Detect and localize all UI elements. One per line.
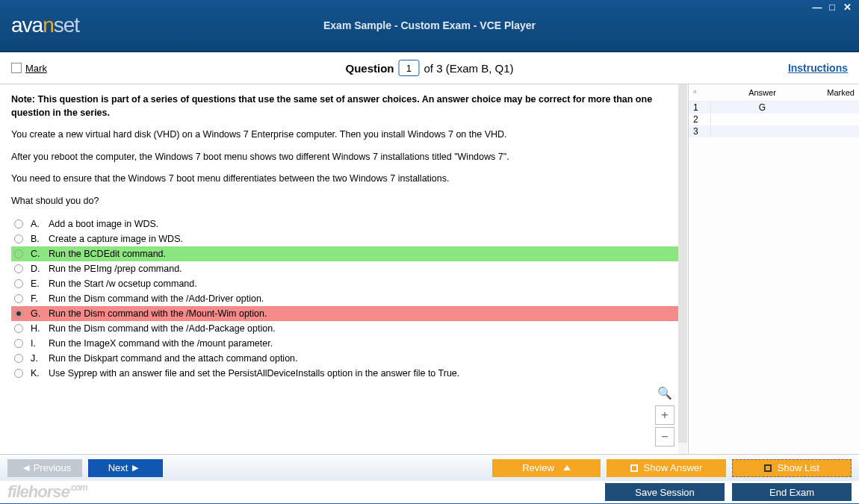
chevron-up-icon xyxy=(563,465,571,470)
app-logo: avanset xyxy=(11,13,79,37)
next-button[interactable]: Next▶ xyxy=(88,459,163,477)
choice-letter: F. xyxy=(31,293,44,304)
show-list-button[interactable]: Show List xyxy=(732,459,852,477)
zoom-in-button[interactable]: + xyxy=(655,405,675,425)
choice-letter: B. xyxy=(31,234,44,244)
radio-icon[interactable] xyxy=(14,369,23,378)
save-session-button[interactable]: Save Session xyxy=(605,483,725,501)
answer-choice[interactable]: A.Add a boot image in WDS. xyxy=(11,217,685,231)
answer-choice[interactable]: E.Run the Start /w ocsetup command. xyxy=(11,276,685,291)
question-note: Note: This question is part of a series … xyxy=(11,93,685,119)
radio-icon[interactable] xyxy=(14,339,23,348)
question-label: Question xyxy=(345,62,394,75)
mark-checkbox[interactable] xyxy=(11,63,22,73)
choice-text: Run the PEImg /prep command. xyxy=(49,264,182,274)
minimize-icon[interactable]: — xyxy=(811,3,823,13)
square-icon xyxy=(630,464,638,472)
answer-list-panel: ⁿ Answer Marked 1G23 xyxy=(689,84,859,454)
choice-text: Run the Diskpart command and the attach … xyxy=(49,353,298,364)
col-number: ⁿ xyxy=(693,88,711,97)
question-text: What should you do? xyxy=(11,195,685,208)
choice-text: Run the Dism command with the /Add-Packa… xyxy=(49,323,276,334)
choice-letter: G. xyxy=(31,308,44,319)
choice-text: Run the Dism command with the /Mount-Wim… xyxy=(49,308,267,319)
answer-choice[interactable]: D.Run the PEImg /prep command. xyxy=(11,261,685,276)
radio-icon[interactable] xyxy=(14,264,23,273)
radio-icon[interactable] xyxy=(14,279,23,288)
choice-text: Use Syprep with an answer file and set t… xyxy=(49,368,459,379)
show-answer-button[interactable]: Show Answer xyxy=(607,459,726,477)
answer-choice[interactable]: I.Run the ImageX command with the /mount… xyxy=(11,336,685,351)
answer-choice[interactable]: F.Run the Dism command with the /Add-Dri… xyxy=(11,291,685,306)
close-icon[interactable]: ✕ xyxy=(841,3,853,13)
radio-icon[interactable] xyxy=(14,294,23,303)
list-item[interactable]: 1G xyxy=(689,102,859,113)
title-bar: avanset Exam Sample - Custom Exam - VCE … xyxy=(0,0,859,52)
choice-letter: I. xyxy=(31,338,44,349)
choice-letter: A. xyxy=(31,219,44,229)
col-marked: Marked xyxy=(813,88,855,97)
question-text: After you reboot the computer, the Windo… xyxy=(11,151,685,164)
answer-choice[interactable]: J.Run the Diskpart command and the attac… xyxy=(11,351,685,366)
choice-letter: C. xyxy=(31,249,44,259)
list-item[interactable]: 3 xyxy=(689,125,859,137)
choice-text: Run the ImageX command with the /mount p… xyxy=(49,338,273,349)
previous-button[interactable]: ◀Previous xyxy=(7,459,82,477)
question-panel: Note: This question is part of a series … xyxy=(0,84,689,454)
zoom-out-button[interactable]: − xyxy=(655,427,675,447)
radio-icon[interactable] xyxy=(14,234,23,243)
end-exam-button[interactable]: End Exam xyxy=(732,483,852,501)
choice-text: Run the Start /w ocsetup command. xyxy=(49,279,197,289)
answer-choice[interactable]: G.Run the Dism command with the /Mount-W… xyxy=(11,306,685,321)
question-text: You create a new virtual hard disk (VHD)… xyxy=(11,128,685,142)
radio-icon[interactable] xyxy=(14,324,23,333)
maximize-icon[interactable]: □ xyxy=(826,3,838,13)
question-of-text: of 3 (Exam B, Q1) xyxy=(424,62,513,75)
choice-letter: H. xyxy=(31,323,44,334)
choice-text: Add a boot image in WDS. xyxy=(49,219,158,229)
window-title: Exam Sample - Custom Exam - VCE Player xyxy=(323,19,536,31)
session-footer: filehorse.com Save Session End Exam xyxy=(0,481,859,504)
list-item[interactable]: 2 xyxy=(689,113,859,125)
review-button[interactable]: Review xyxy=(492,459,601,477)
question-text: You need to ensure that the Windows 7 bo… xyxy=(11,172,685,186)
col-answer: Answer xyxy=(711,88,813,97)
question-number-input[interactable] xyxy=(398,60,419,76)
radio-icon[interactable] xyxy=(14,354,23,363)
radio-icon[interactable] xyxy=(14,249,23,258)
choice-text: Run the BCDEdit command. xyxy=(49,249,166,259)
choice-letter: E. xyxy=(31,279,44,289)
choice-text: Create a capture image in WDS. xyxy=(49,234,183,244)
square-icon xyxy=(764,464,772,472)
instructions-link[interactable]: Instructions xyxy=(788,62,848,74)
scrollbar[interactable] xyxy=(678,84,687,454)
answer-choice[interactable]: C.Run the BCDEdit command. xyxy=(11,246,685,261)
choice-letter: J. xyxy=(31,353,44,364)
nav-footer: ◀Previous Next▶ Review Show Answer Show … xyxy=(0,454,859,481)
search-icon[interactable]: 🔍 xyxy=(655,386,675,400)
choice-text: Run the Dism command with the /Add-Drive… xyxy=(49,293,264,304)
radio-icon[interactable] xyxy=(14,309,23,318)
question-bar: Mark Question of 3 (Exam B, Q1) Instruct… xyxy=(0,52,859,84)
choice-letter: K. xyxy=(31,368,44,379)
choice-letter: D. xyxy=(31,264,44,274)
answer-choice[interactable]: K.Use Syprep with an answer file and set… xyxy=(11,366,685,381)
watermark: filehorse.com xyxy=(7,482,87,502)
answer-choice[interactable]: B.Create a capture image in WDS. xyxy=(11,231,685,246)
radio-icon[interactable] xyxy=(14,220,23,228)
answer-choice[interactable]: H.Run the Dism command with the /Add-Pac… xyxy=(11,321,685,336)
mark-label[interactable]: Mark xyxy=(25,63,47,74)
